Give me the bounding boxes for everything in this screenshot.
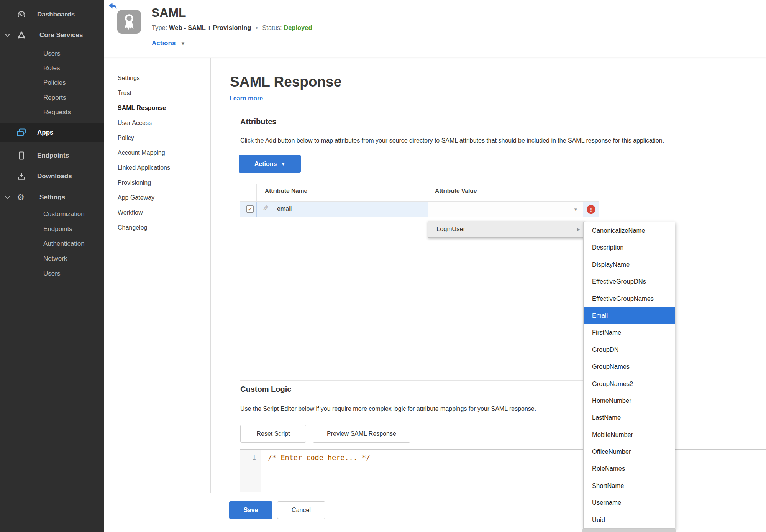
gauge-icon <box>17 10 26 19</box>
sidebar-item-core-services[interactable]: Core Services <box>0 30 104 41</box>
submenu-item[interactable]: MobileNumber <box>584 426 675 443</box>
subnav-item-policy[interactable]: Policy <box>118 135 134 143</box>
attribute-value-menu-loginuser[interactable]: LoginUser ▶ <box>428 221 585 238</box>
apps-icon <box>16 128 26 137</box>
attribute-name-cell[interactable]: email <box>277 205 292 212</box>
subnav-item-linked-applications[interactable]: Linked Applications <box>118 164 170 173</box>
chevron-down-icon[interactable] <box>5 195 10 199</box>
menu-item-label: LoginUser <box>436 225 465 233</box>
sidebar-item-network[interactable]: Network <box>0 253 104 264</box>
submenu-item[interactable]: DisplayName <box>584 256 675 273</box>
submenu-item[interactable]: HomeNumber <box>584 392 675 409</box>
sidebar-item-label: Settings <box>39 194 65 201</box>
section-title: SAML Response <box>230 74 341 90</box>
sidebar-item-label: Endpoints <box>37 152 69 159</box>
editor-code[interactable]: /* Enter code here... */ <box>268 453 370 461</box>
sidebar-item-policies[interactable]: Policies <box>0 77 104 89</box>
submenu-item[interactable]: Description <box>584 239 675 256</box>
sidebar-item-label: Users <box>43 270 60 277</box>
subnav-item-user-access[interactable]: User Access <box>118 120 152 128</box>
status-label: Status: <box>262 24 282 31</box>
cancel-button[interactable]: Cancel <box>277 501 325 519</box>
subnav-item-trust[interactable]: Trust <box>118 90 131 98</box>
chevron-right-icon: ▶ <box>577 227 580 232</box>
preview-saml-response-button[interactable]: Preview SAML Response <box>313 425 410 443</box>
submenu-item[interactable]: ShortName <box>584 477 675 494</box>
row-checkbox[interactable]: ✓ <box>246 205 254 213</box>
chevron-down-icon[interactable] <box>5 33 10 37</box>
sidebar-item-roles[interactable]: Roles <box>0 62 104 74</box>
learn-more-link[interactable]: Learn more <box>230 95 263 102</box>
custom-logic-description: Use the Script Editor below if you requi… <box>240 406 536 412</box>
sidebar-item-label: Downloads <box>37 172 72 180</box>
sidebar-item-dashboards[interactable]: Dashboards <box>0 9 104 20</box>
preview-saml-label: Preview SAML Response <box>327 430 396 437</box>
subnav-item-saml-response[interactable]: SAML Response <box>118 105 166 113</box>
submenu-item[interactable]: EffectiveGroupNames <box>584 290 675 307</box>
header-actions-menu[interactable]: Actions ▼ <box>152 39 185 47</box>
sidebar-item-endpoints[interactable]: Endpoints <box>0 150 104 161</box>
gear-icon: ⚙ <box>17 193 25 202</box>
nav-divider <box>210 58 211 493</box>
submenu-item[interactable]: LastName <box>584 409 675 426</box>
cell-divider <box>256 202 257 217</box>
subnav-item-provisioning[interactable]: Provisioning <box>118 179 151 188</box>
subnav-item-app-gateway[interactable]: App Gateway <box>118 194 154 203</box>
app-icon <box>117 10 141 34</box>
sidebar-item-authentication[interactable]: Authentication <box>0 238 104 250</box>
sidebar-item-label: Network <box>43 255 67 263</box>
sidebar-item-label: Requests <box>43 108 71 116</box>
editor-gutter: 1 <box>240 450 261 492</box>
submenu-item[interactable]: GroupNames2 <box>584 375 675 392</box>
separator-dot: • <box>253 24 261 31</box>
submenu-item[interactable]: CanonicalizeName <box>584 222 675 239</box>
submenu-item[interactable]: GroupDN <box>584 341 675 358</box>
sidebar-item-reports[interactable]: Reports <box>0 92 104 103</box>
submenu-item[interactable]: Uuid <box>584 511 675 528</box>
sidebar-item-requests[interactable]: Requests <box>0 107 104 118</box>
sidebar-item-label: Reports <box>43 94 66 102</box>
sidebar-item-label: Users <box>43 50 60 57</box>
column-divider <box>256 184 257 202</box>
sidebar-item-settings[interactable]: ⚙ Settings <box>0 192 104 203</box>
sidebar-item-label: Authentication <box>43 240 85 248</box>
submenu-item[interactable]: EffectiveGroupDNs <box>584 273 675 290</box>
subnav-item-settings[interactable]: Settings <box>118 75 140 83</box>
script-editor[interactable]: 1 /* Enter code here... */ <box>240 449 766 491</box>
attribute-value-dropdown[interactable]: ▾ <box>428 202 583 217</box>
sidebar-item-settings-users[interactable]: Users <box>0 268 104 279</box>
reset-script-button[interactable]: Reset Script <box>240 425 306 443</box>
column-header-attribute-name: Attribute Name <box>265 187 307 194</box>
pencil-icon: ✎ <box>262 205 269 212</box>
sidebar-item-label: Roles <box>43 64 60 72</box>
submenu-scrollbar[interactable] <box>582 529 676 532</box>
save-button[interactable]: Save <box>229 501 272 519</box>
subnav-item-changelog[interactable]: Changelog <box>118 224 147 233</box>
back-arrow-icon[interactable] <box>108 2 118 10</box>
sidebar-item-downloads[interactable]: Downloads <box>0 171 104 182</box>
cancel-label: Cancel <box>292 507 311 514</box>
sidebar-item-apps[interactable]: Apps <box>0 123 104 142</box>
sidebar-item-users[interactable]: Users <box>0 48 104 59</box>
attributes-actions-button[interactable]: Actions ▼ <box>239 155 301 173</box>
type-label: Type: <box>152 24 167 31</box>
row-error-cell: ! <box>583 202 599 217</box>
submenu-item[interactable]: FirstName <box>584 324 675 341</box>
attributes-description: Click the Add button below to map attrib… <box>240 137 664 144</box>
sidebar-item-customization[interactable]: Customization <box>0 209 104 220</box>
subnav-item-workflow[interactable]: Workflow <box>118 209 143 218</box>
submenu-item[interactable]: GroupNames <box>584 358 675 375</box>
submenu-item[interactable]: OfficeNumber <box>584 443 675 460</box>
sidebar-item-settings-endpoints[interactable]: Endpoints <box>0 223 104 235</box>
submenu-item[interactable]: RoleNames <box>584 460 675 477</box>
cluster-icon <box>17 31 26 40</box>
table-header: Attribute Name Attribute Value <box>240 181 599 202</box>
check-icon: ✓ <box>248 206 253 212</box>
type-value: Web - SAML + Provisioning <box>169 24 251 31</box>
submenu-item[interactable]: Username <box>584 494 675 511</box>
table-row[interactable]: ✓ ✎ email ▾ ! <box>240 202 599 217</box>
subnav-item-account-mapping[interactable]: Account Mapping <box>118 149 165 158</box>
page-title: SAML <box>151 6 186 20</box>
submenu-item-selected[interactable]: Email <box>584 307 675 324</box>
device-icon <box>17 151 26 160</box>
